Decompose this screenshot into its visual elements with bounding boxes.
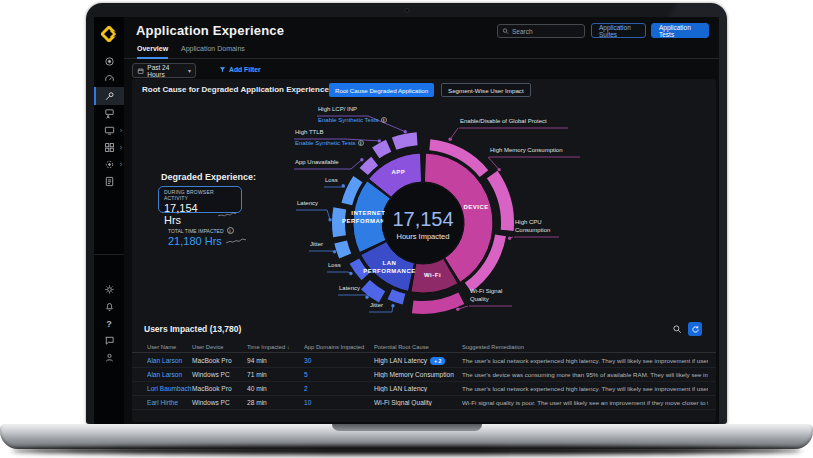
- funnel-icon: [219, 66, 226, 73]
- chevron-right-icon: ›: [120, 160, 122, 167]
- column-header-user-name[interactable]: User Name: [147, 344, 192, 350]
- subsegment-high-lcp-inp[interactable]: [392, 132, 418, 149]
- time-range-dropdown[interactable]: Past 24 Hours ▾: [132, 63, 196, 78]
- app-domains-link[interactable]: 2: [304, 385, 374, 392]
- laptop-base-notch: [332, 424, 482, 431]
- time-impacted: 28 min: [247, 399, 304, 406]
- tab-overview[interactable]: Overview: [137, 45, 168, 59]
- sidebar-item-report[interactable]: [94, 173, 124, 190]
- toggle-root-cause-degraded[interactable]: Root Cause Degraded Application: [329, 83, 434, 97]
- sidebar-item-bell[interactable]: [94, 298, 124, 315]
- potential-root-cause: Wi-Fi Signal Quality: [374, 399, 462, 406]
- subsegment-jitter[interactable]: [334, 241, 351, 259]
- user-name-link[interactable]: Alan Larson: [147, 371, 192, 378]
- user-name-link[interactable]: Earl Hirthe: [147, 399, 192, 406]
- sidebar-item-target[interactable]: [94, 53, 124, 70]
- callout-label: High TTLBEnable Synthetic Testsi: [295, 129, 364, 147]
- search-input[interactable]: [497, 24, 585, 38]
- column-header-potential-root-cause[interactable]: Potential Root Cause: [374, 344, 462, 350]
- potential-root-cause: High LAN Latency: [374, 385, 462, 392]
- callout-label: App Unavailable: [295, 159, 339, 167]
- column-header-suggested-remediation[interactable]: Suggested Remediation: [462, 344, 708, 350]
- suggested-remediation: Wi-Fi signal quality is poor. The user w…: [462, 399, 708, 406]
- application-tests-button[interactable]: Application Tests: [651, 23, 709, 38]
- enable-synthetic-tests-link[interactable]: Enable Synthetic Testsi: [318, 117, 387, 125]
- table-row: Alan LarsonMacBook Pro94 min30High LAN L…: [132, 354, 716, 368]
- users-impacted-title: Users Impacted (13,780): [144, 324, 241, 334]
- refresh-chip-button[interactable]: [688, 322, 702, 336]
- total-time-label: TOTAL TIME IMPACTEDi: [168, 227, 234, 234]
- report-icon: [104, 176, 115, 187]
- column-header-time-impacted[interactable]: Time Impacted ↓: [247, 344, 304, 350]
- suggested-remediation: The user's local network experienced hig…: [462, 385, 708, 392]
- callout-label: Loss: [325, 177, 338, 185]
- subsegment-high-ttlb[interactable]: [372, 140, 391, 158]
- user-name-link[interactable]: Lori Baumbach: [147, 385, 192, 392]
- chevron-right-icon: ›: [120, 126, 122, 133]
- display-icon: [104, 125, 115, 136]
- callout-label: Jitter: [370, 302, 383, 310]
- center-value: 17,154: [392, 208, 453, 230]
- user-monitor-icon: [104, 108, 115, 119]
- toggle-segment-wise[interactable]: Segment-Wise User Impact: [441, 83, 531, 97]
- time-range-value: Past 24 Hours: [147, 64, 185, 78]
- app-domains-link[interactable]: 30: [304, 357, 374, 364]
- table-row: Lori BaumbachMacBook Pro40 min2High LAN …: [132, 382, 716, 396]
- chevron-down-icon: ▾: [188, 67, 191, 74]
- time-impacted: 71 min: [247, 371, 304, 378]
- user-name-link[interactable]: Alan Larson: [147, 357, 192, 364]
- subsegment-wi-fi-signal-quality[interactable]: [412, 292, 464, 314]
- sidebar-item-chat[interactable]: [94, 332, 124, 349]
- total-time-value: 21,180 Hrs: [168, 235, 222, 247]
- chat-icon: [104, 335, 115, 346]
- enable-synthetic-tests-link[interactable]: Enable Synthetic Testsi: [295, 140, 364, 148]
- sidebar-item-account[interactable]: [94, 349, 124, 366]
- bell-icon: [104, 301, 115, 312]
- webcam-dot: [404, 8, 409, 13]
- root-cause-count-badge[interactable]: + 2: [430, 357, 445, 365]
- sidebar-item-help[interactable]: ?: [94, 315, 124, 332]
- troubleshoot-icon: [104, 91, 115, 102]
- add-filter-button[interactable]: Add Filter: [219, 66, 261, 73]
- subsegment-jitter[interactable]: [388, 289, 406, 304]
- callout-label: High Memory Consumption: [490, 147, 563, 155]
- sidebar-item-troubleshoot[interactable]: [94, 87, 124, 105]
- subsegment-latency[interactable]: [361, 280, 385, 303]
- sidebar-item-apps-grid[interactable]: ›: [94, 139, 124, 156]
- app-window: ››› ? Application Experience Application…: [94, 17, 719, 424]
- apps-grid-icon: [104, 142, 115, 153]
- sidebar-item-display[interactable]: ›: [94, 122, 124, 139]
- time-impacted: 40 min: [247, 385, 304, 392]
- laptop-shadow: [12, 446, 801, 455]
- laptop-screen: ››› ? Application Experience Application…: [86, 3, 727, 424]
- main-area: Application Experience Application Suite…: [124, 17, 719, 424]
- column-header-app-domains-impacted[interactable]: App Domains Impacted: [304, 344, 374, 350]
- browser-activity-label: DURING BROWSER ACTIVITY: [164, 189, 236, 201]
- user-device: Windows PC: [192, 399, 247, 406]
- help-icon: ?: [106, 319, 112, 329]
- potential-root-cause: High LAN Latency+ 2: [374, 357, 462, 365]
- sidebar-item-gauge[interactable]: [94, 70, 124, 87]
- sidebar-item-user-monitor[interactable]: [94, 105, 124, 122]
- automation-icon: [104, 159, 115, 170]
- sidebar-item-automation[interactable]: ›: [94, 156, 124, 173]
- info-icon[interactable]: i: [227, 227, 234, 234]
- application-suites-button[interactable]: Application Suites: [591, 23, 646, 38]
- user-device: Windows PC: [192, 371, 247, 378]
- callout-label: Latency: [339, 285, 360, 293]
- account-icon: [104, 352, 115, 363]
- column-header-user-device[interactable]: User Device: [192, 344, 247, 350]
- suggested-remediation: The user's device was consuming more tha…: [462, 371, 708, 378]
- subsegment-latency[interactable]: [332, 207, 346, 237]
- tab-application-domains[interactable]: Application Domains: [181, 45, 245, 57]
- root-cause-panel: Root Cause for Degraded Application Expe…: [132, 79, 716, 422]
- table-search-icon[interactable]: [672, 324, 682, 334]
- degraded-experience-heading: Degraded Experience:: [161, 172, 256, 182]
- app-domains-link[interactable]: 10: [304, 399, 374, 406]
- sidebar-item-settings-gear[interactable]: [94, 281, 124, 298]
- app-domains-link[interactable]: 5: [304, 371, 374, 378]
- sidebar-divider: [94, 254, 124, 255]
- table-row: Alan LarsonWindows PC71 min5High Memory …: [132, 368, 716, 382]
- info-icon: i: [381, 117, 387, 123]
- gauge-icon: [104, 73, 115, 84]
